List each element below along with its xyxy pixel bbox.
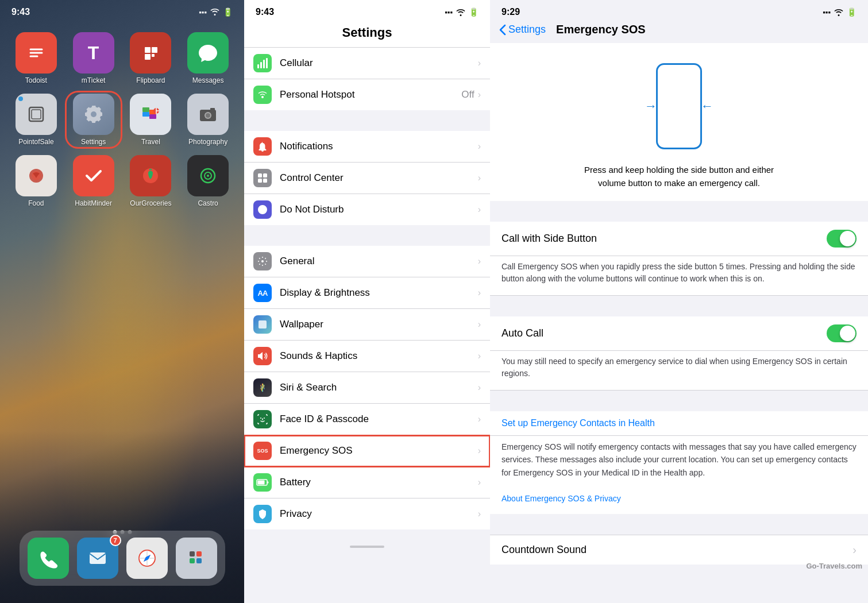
back-button[interactable]: Settings xyxy=(499,24,546,36)
section-spacer-a xyxy=(490,296,868,316)
svg-rect-18 xyxy=(210,108,215,111)
settings-row-battery[interactable]: Battery › xyxy=(244,467,490,498)
dock-mail[interactable]: 7 xyxy=(77,538,118,579)
dock-phone[interactable] xyxy=(28,538,69,579)
svg-rect-12 xyxy=(142,112,149,117)
svg-rect-31 xyxy=(190,551,195,556)
health-privacy-link[interactable]: About Emergency SOS & Privacy xyxy=(501,494,621,503)
settings-row-controlcenter[interactable]: Control Center › xyxy=(244,163,490,194)
app-photography[interactable]: Photography xyxy=(182,94,234,146)
scroll-indicator xyxy=(350,546,384,548)
section-spacer-2 xyxy=(244,225,490,246)
settings-row-hotspot[interactable]: Personal Hotspot Off › xyxy=(244,79,490,110)
emergency-status-icons: ▪▪▪ 🔋 xyxy=(823,7,857,17)
app-mticket[interactable]: T mTicket xyxy=(68,32,119,84)
display-chevron: › xyxy=(478,288,481,298)
dock-multiapp[interactable] xyxy=(176,538,217,579)
app-castro[interactable]: Castro xyxy=(182,155,234,207)
privacy-icon xyxy=(253,505,272,523)
settings-row-donotdisturb[interactable]: Do Not Disturb › xyxy=(244,194,490,225)
settings-row-sos[interactable]: SOS Emergency SOS › xyxy=(244,435,490,467)
settings-row-sounds[interactable]: Sounds & Haptics › xyxy=(244,341,490,372)
app-habitminder[interactable]: HabitMinder xyxy=(68,155,119,207)
habitminder-label: HabitMinder xyxy=(75,199,112,207)
settings-row-faceid[interactable]: Face ID & Passcode › xyxy=(244,404,490,435)
sos-chevron: › xyxy=(478,446,481,456)
general-label: General xyxy=(280,256,478,267)
settings-row-cellular[interactable]: Cellular › xyxy=(244,48,490,79)
health-link[interactable]: Set up Emergency Contacts in Health xyxy=(501,418,655,428)
settings-row-notifications[interactable]: Notifications › xyxy=(244,131,490,163)
controlcenter-label: Control Center xyxy=(280,172,478,184)
wallpaper-chevron: › xyxy=(478,319,481,330)
call-side-button-row: Call with Side Button xyxy=(490,222,868,256)
emergency-content: → ← Press and keep holding the side butt… xyxy=(490,43,868,603)
flipboard-icon xyxy=(130,32,171,74)
app-todoist[interactable]: Todoist xyxy=(10,32,62,84)
svg-point-9 xyxy=(91,111,97,117)
emergency-title: Emergency SOS xyxy=(556,23,646,36)
faceid-icon xyxy=(253,410,272,428)
auto-call-row: Auto Call xyxy=(490,316,868,351)
sounds-chevron: › xyxy=(478,351,481,361)
arrow-left-icon: → xyxy=(645,99,657,114)
phone-diagram: → ← xyxy=(645,60,713,152)
donotdisturb-chevron: › xyxy=(478,204,481,215)
call-side-button-section: Call with Side Button Call Emergency SOS… xyxy=(490,222,868,296)
controlcenter-icon xyxy=(253,169,272,187)
siri-icon xyxy=(253,378,272,397)
messages-label: Messages xyxy=(192,76,224,84)
app-flipboard[interactable]: Flipboard xyxy=(125,32,177,84)
app-ourgroceries[interactable]: OurGroceries xyxy=(125,155,177,207)
auto-call-toggle[interactable] xyxy=(827,324,857,342)
settings-screen: 9:43 ▪▪▪ 🔋 Settings xyxy=(244,0,490,603)
auto-call-section: Auto Call You may still need to specify … xyxy=(490,316,868,391)
svg-rect-6 xyxy=(152,54,155,57)
svg-point-24 xyxy=(207,175,209,177)
diagram-description: Press and keep holding the side button a… xyxy=(570,164,788,190)
phone-outline xyxy=(656,63,702,149)
svg-rect-3 xyxy=(145,47,151,53)
settings-row-display[interactable]: AA Display & Brightness › xyxy=(244,277,490,309)
dock: 7 xyxy=(20,531,225,586)
emergency-time: 9:29 xyxy=(501,7,520,17)
app-grid: Todoist T mTicket Flipboard xyxy=(0,21,244,219)
app-pointofsale[interactable]: PointofSale xyxy=(10,94,62,146)
app-messages[interactable]: Messages xyxy=(182,32,234,84)
svg-point-44 xyxy=(261,260,264,262)
dock-safari[interactable] xyxy=(126,538,168,579)
svg-rect-8 xyxy=(32,110,41,119)
app-food[interactable]: Food xyxy=(10,155,62,207)
emergency-battery: 🔋 xyxy=(847,7,857,17)
travel-icon xyxy=(130,94,171,135)
emergency-wifi-icon xyxy=(834,8,844,16)
call-side-button-toggle[interactable] xyxy=(827,230,857,248)
settings-time: 9:43 xyxy=(256,7,274,17)
settings-row-wallpaper[interactable]: Wallpaper › xyxy=(244,309,490,341)
settings-section-main: General › AA Display & Brightness › Wall… xyxy=(244,246,490,529)
svg-rect-43 xyxy=(263,179,267,183)
photography-label: Photography xyxy=(188,138,227,146)
hotspot-icon xyxy=(253,86,272,104)
app-settings[interactable]: Settings xyxy=(68,94,119,146)
settings-row-privacy[interactable]: Privacy › xyxy=(244,498,490,529)
settings-row-siri[interactable]: Siri & Search › xyxy=(244,372,490,404)
svg-rect-32 xyxy=(196,551,202,556)
back-chevron-icon xyxy=(499,24,506,36)
siri-label: Siri & Search xyxy=(280,382,478,393)
food-icon xyxy=(16,155,57,196)
watermark: Go-Travels.com xyxy=(806,562,862,570)
app-travel[interactable]: Travel xyxy=(125,94,177,146)
todoist-label: Todoist xyxy=(25,76,47,84)
display-label: Display & Brightness xyxy=(280,287,478,299)
settings-wifi-icon xyxy=(456,8,466,16)
battery-chevron: › xyxy=(478,477,481,488)
svg-rect-48 xyxy=(258,481,265,485)
settings-row-general[interactable]: General › xyxy=(244,246,490,277)
section-spacer-c xyxy=(490,514,868,535)
notifications-icon xyxy=(253,137,272,156)
countdown-row[interactable]: Countdown Sound › xyxy=(490,535,868,565)
pointofsale-dot xyxy=(18,96,23,101)
castro-label: Castro xyxy=(198,199,218,207)
settings-section-network: Cellular › Personal Hotspot Off › xyxy=(244,48,490,110)
